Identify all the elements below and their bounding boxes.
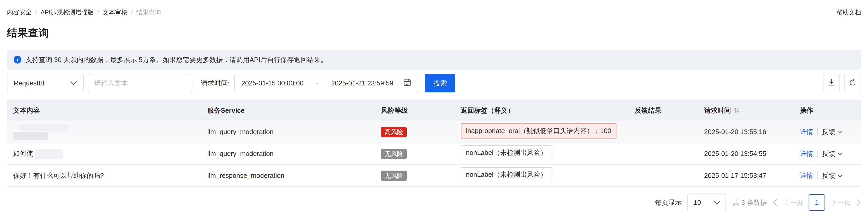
- detail-link[interactable]: 详情: [800, 171, 813, 180]
- table-row[interactable]: 如何使 llm_query_moderation 无风险 nonLabel（未检…: [7, 143, 861, 165]
- feedback-dropdown[interactable]: 反馈: [822, 149, 842, 158]
- cell-service: llm_query_moderation: [201, 150, 375, 158]
- redacted-blur-shape: [13, 132, 48, 140]
- date-end-value[interactable]: 2025-01-21 23:59:59: [331, 79, 393, 87]
- feedback-dropdown[interactable]: 反馈: [822, 127, 842, 137]
- cell-risk-level: 高风险: [375, 127, 455, 137]
- breadcrumb-item-text-moderation[interactable]: 文本审核: [103, 8, 127, 17]
- breadcrumb-item-result-query: 结果查询: [136, 8, 161, 17]
- page-title: 结果查询: [7, 26, 861, 40]
- risk-badge-none: 无风险: [381, 171, 407, 181]
- col-header-label: 返回标签（释义）: [455, 106, 628, 115]
- current-page-button[interactable]: 1: [809, 194, 825, 211]
- redacted-text-blur: [13, 124, 72, 140]
- total-count-text: 共 3 条数据: [733, 198, 767, 207]
- date-start-value[interactable]: 2025-01-15 00:00:00: [241, 79, 303, 87]
- results-table: 文本内容 服务Service 风险等级 返回标签（释义） 反馈结果 请求时间 操…: [7, 99, 861, 187]
- page-size-select[interactable]: 10: [687, 193, 726, 211]
- feedback-dropdown-label: 反馈: [822, 149, 835, 158]
- refresh-button[interactable]: [844, 74, 861, 92]
- download-icon: [827, 79, 836, 88]
- cell-risk-level: 无风险: [375, 171, 455, 181]
- cell-label: inappropriate_oral（疑似低俗口头语内容）：100: [455, 123, 628, 140]
- refresh-icon: [848, 79, 857, 88]
- cell-request-time: 2025-01-20 13:54:55: [698, 150, 794, 158]
- info-banner-text: 支持查询 30 天以内的数据，最多展示 5万条。如果您需要更多数据，请调用API…: [26, 55, 327, 64]
- prev-page-icon[interactable]: [773, 199, 777, 206]
- chevron-down-icon: [837, 172, 842, 180]
- cell-actions: 详情 反馈: [794, 171, 861, 180]
- col-header-actions: 操作: [794, 106, 861, 115]
- search-text-input[interactable]: [88, 74, 192, 92]
- detail-link[interactable]: 详情: [800, 127, 813, 137]
- action-divider: [817, 150, 818, 158]
- feedback-dropdown-label: 反馈: [822, 127, 835, 137]
- download-button[interactable]: [823, 74, 840, 92]
- date-range-picker[interactable]: 2025-01-15 00:00:00 - 2025-01-21 23:59:5…: [234, 74, 418, 92]
- help-doc-link[interactable]: 帮助文档: [836, 8, 861, 17]
- breadcrumb-separator: /: [131, 9, 133, 16]
- col-header-risk-level: 风险等级: [375, 106, 455, 115]
- col-header-feedback-result: 反馈结果: [628, 106, 698, 115]
- cell-service: llm_query_moderation: [201, 128, 375, 136]
- feedback-dropdown-label: 反馈: [822, 171, 835, 180]
- result-query-page: 内容安全 / API违规检测增强版 / 文本审核 / 结果查询 帮助文档 结果查…: [0, 0, 868, 211]
- redacted-blur-shape: [18, 124, 70, 131]
- cell-label: nonLabel（未检测出风险）: [455, 167, 628, 184]
- risk-badge-high: 高风险: [381, 127, 407, 137]
- field-type-select-value: RequestId: [13, 79, 44, 87]
- cell-label: nonLabel（未检测出风险）: [455, 145, 628, 162]
- cell-text-content-value: 如何使: [13, 149, 33, 157]
- breadcrumb-separator: /: [35, 9, 37, 16]
- risk-badge-none: 无风险: [381, 149, 407, 159]
- label-tag: nonLabel（未检测出风险）: [461, 145, 552, 160]
- chevron-down-icon: [837, 128, 842, 136]
- chevron-down-icon: [714, 199, 720, 207]
- calendar-icon[interactable]: [403, 79, 411, 88]
- table-row[interactable]: 你好！有什么可以帮助你的吗? llm_response_moderation 无…: [7, 165, 861, 187]
- cell-service: llm_response_moderation: [201, 172, 375, 180]
- cell-text-content: 你好！有什么可以帮助你的吗?: [7, 171, 201, 180]
- action-divider: [817, 128, 818, 136]
- info-icon: i: [13, 56, 21, 64]
- feedback-dropdown[interactable]: 反馈: [822, 171, 842, 180]
- action-divider: [817, 172, 818, 180]
- request-time-label: 请求时间:: [201, 79, 229, 88]
- cell-actions: 详情 反馈: [794, 149, 861, 158]
- redacted-text-blur: [35, 149, 63, 159]
- sort-icon[interactable]: [734, 107, 740, 114]
- pagination-bar: 每页显示 10 共 3 条数据 上一页 1 下一页: [7, 193, 861, 211]
- cell-request-time: 2025-01-20 13:55:16: [698, 128, 794, 136]
- label-tag: nonLabel（未检测出风险）: [461, 167, 552, 182]
- col-header-request-time: 请求时间: [698, 106, 794, 115]
- detail-link[interactable]: 详情: [800, 149, 813, 158]
- col-header-text-content: 文本内容: [7, 106, 201, 115]
- cell-risk-level: 无风险: [375, 149, 455, 159]
- search-button[interactable]: 搜索: [425, 74, 455, 92]
- next-page-button[interactable]: 下一页: [831, 198, 851, 207]
- chevron-down-icon: [70, 79, 77, 87]
- table-row[interactable]: llm_query_moderation 高风险 inappropriate_o…: [7, 121, 861, 143]
- cell-request-time: 2025-01-17 15:53:47: [698, 172, 794, 180]
- label-tag-danger: inappropriate_oral（疑似低俗口头语内容）：100: [461, 123, 616, 139]
- cell-actions: 详情 反馈: [794, 127, 861, 137]
- col-header-request-time-label: 请求时间: [704, 106, 731, 115]
- date-range-separator: -: [316, 79, 318, 87]
- topbar: 内容安全 / API违规检测增强版 / 文本审核 / 结果查询 帮助文档: [7, 0, 861, 17]
- cell-text-content: 如何使: [7, 149, 201, 159]
- breadcrumb: 内容安全 / API违规检测增强版 / 文本审核 / 结果查询: [7, 8, 161, 17]
- per-page-label: 每页显示: [655, 198, 682, 207]
- filter-bar: RequestId 请求时间: 2025-01-15 00:00:00 - 20…: [7, 74, 861, 92]
- next-page-icon[interactable]: [857, 199, 861, 206]
- breadcrumb-separator: /: [97, 9, 99, 16]
- table-header-row: 文本内容 服务Service 风险等级 返回标签（释义） 反馈结果 请求时间 操…: [7, 99, 861, 121]
- info-banner: i 支持查询 30 天以内的数据，最多展示 5万条。如果您需要更多数据，请调用A…: [7, 50, 861, 70]
- cell-text-content: [7, 124, 201, 140]
- col-header-service: 服务Service: [201, 106, 375, 115]
- field-type-select[interactable]: RequestId: [7, 74, 84, 92]
- breadcrumb-item-content-security[interactable]: 内容安全: [7, 8, 32, 17]
- page-size-value: 10: [693, 199, 701, 207]
- breadcrumb-item-api-detection[interactable]: API违规检测增强版: [41, 8, 94, 17]
- prev-page-button[interactable]: 上一页: [783, 198, 803, 207]
- chevron-down-icon: [837, 150, 842, 158]
